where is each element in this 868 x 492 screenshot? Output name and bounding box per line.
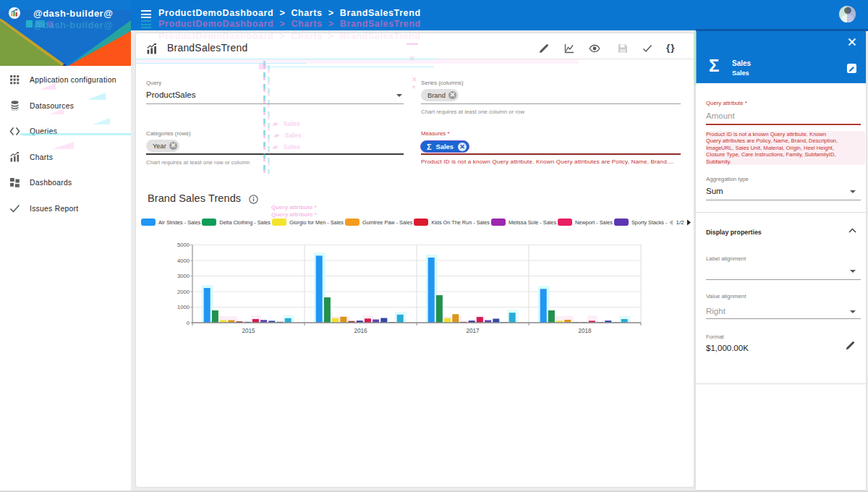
svg-text:2016: 2016 — [354, 328, 367, 334]
svg-text:5000: 5000 — [177, 242, 190, 248]
svg-text:3000: 3000 — [177, 273, 190, 279]
svg-text:2017: 2017 — [466, 328, 480, 334]
svg-text:1000: 1000 — [177, 304, 190, 310]
svg-text:2015: 2015 — [242, 328, 255, 334]
svg-text:2000: 2000 — [177, 289, 190, 295]
svg-text:0: 0 — [187, 320, 190, 326]
svg-text:2018: 2018 — [578, 328, 592, 334]
svg-text:4000: 4000 — [177, 258, 190, 264]
